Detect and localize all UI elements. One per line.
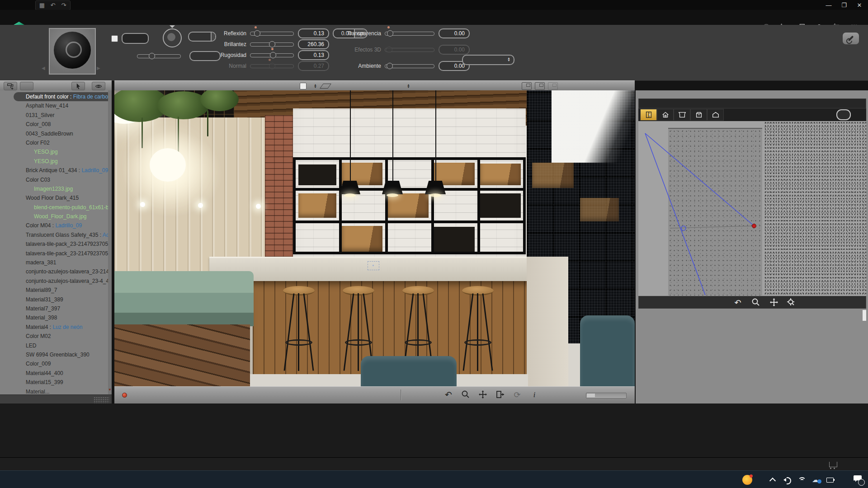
material-row[interactable]: blend-cemento-pulido_61x61-bl — [0, 203, 112, 212]
slider-track[interactable] — [250, 53, 294, 57]
tamano-slider[interactable] — [137, 54, 181, 58]
material-row[interactable]: Brick Antique 01_434 : Ladrillo_09 — [0, 166, 112, 175]
resize-grip[interactable] — [94, 397, 109, 403]
resize-horizontal-icon[interactable] — [855, 298, 865, 308]
material-parameters-footer[interactable] — [0, 394, 112, 404]
material-row[interactable]: Translucent Glass Safety_435 : Acri — [0, 230, 112, 239]
rotation-dial[interactable] — [163, 28, 182, 47]
material-preview-ball[interactable] — [49, 28, 96, 75]
material-row[interactable]: Color_008 — [0, 120, 112, 129]
material-row[interactable]: LED — [0, 341, 112, 350]
onedrive-cloud-icon[interactable]: ☁ — [812, 476, 820, 483]
zoom-icon[interactable] — [461, 390, 471, 400]
fit-view-icon[interactable] — [522, 82, 532, 90]
scroll-down-arrow-icon[interactable]: ▼ — [108, 388, 112, 392]
material-row[interactable]: Color F02 — [0, 138, 112, 147]
save-button[interactable]: ▦ — [37, 1, 47, 9]
visibility-tool-button[interactable] — [92, 82, 105, 90]
material-row[interactable]: 0131_Silver — [0, 111, 112, 120]
slider-knob[interactable] — [269, 63, 275, 69]
stepper-icon[interactable]: ▲▼ — [314, 84, 317, 88]
slider-knob[interactable] — [254, 30, 260, 37]
remove-shader-button[interactable] — [20, 82, 33, 90]
battery-icon[interactable] — [826, 476, 835, 483]
material-row[interactable]: Material... — [0, 387, 112, 395]
material-row[interactable]: 0043_SaddleBrown — [0, 129, 112, 138]
wifi-icon[interactable] — [797, 476, 806, 483]
material-row[interactable]: Material_398 — [0, 313, 112, 322]
stepper-icon[interactable]: ▲▼ — [407, 84, 410, 88]
render-viewport[interactable] — [114, 90, 635, 386]
material-row[interactable]: Material15_399 — [0, 378, 112, 387]
value-field[interactable]: 260.36 — [298, 39, 329, 49]
slider-track[interactable] — [385, 48, 434, 52]
zoom-2d-icon[interactable] — [751, 298, 761, 308]
value-field[interactable]: 0.00 — [439, 28, 470, 38]
material-row[interactable]: YESO.jpg — [0, 147, 112, 156]
box-view-button[interactable] — [690, 109, 707, 121]
material-row[interactable]: Material4 : Luz de neón — [0, 323, 112, 332]
tray-chevron-icon[interactable] — [769, 476, 777, 483]
material-row[interactable]: conjunto-azulejos-talavera_23-214 — [0, 267, 112, 276]
restore-button[interactable]: ❐ — [838, 2, 850, 9]
close-button[interactable]: ✕ — [854, 2, 865, 9]
slider-track[interactable] — [385, 32, 434, 36]
material-row[interactable]: SW 6994 Greenblack_390 — [0, 350, 112, 359]
show-all-button[interactable] — [836, 109, 851, 120]
slider-track[interactable] — [250, 64, 294, 68]
material-row[interactable]: Material31_389 — [0, 295, 112, 304]
preview-prev-arrow-icon[interactable]: ◀ — [42, 66, 45, 70]
value-field[interactable]: 0.27 — [298, 61, 329, 71]
value-field[interactable]: 0.13 — [298, 50, 329, 60]
zoom-pan-2d-icon[interactable] — [786, 298, 796, 308]
material-row[interactable]: Color_009 — [0, 359, 112, 368]
material-row[interactable]: Material7_397 — [0, 304, 112, 313]
material-row[interactable]: Color C03 — [0, 175, 112, 184]
home-view-button[interactable] — [707, 109, 724, 121]
slider-knob[interactable] — [387, 30, 393, 37]
material-row[interactable]: Color M04 : Ladrillo_09 — [0, 221, 112, 230]
shop-cart-icon[interactable] — [829, 462, 837, 467]
material-row[interactable]: conjunto-azulejos-talavera_23-4_4 — [0, 277, 112, 286]
material-row[interactable]: Asphalt New_414 — [0, 101, 112, 110]
slider-track[interactable] — [250, 42, 294, 47]
top-view-button[interactable] — [657, 109, 674, 121]
elevation-view-button[interactable] — [640, 109, 657, 121]
dock-scrollbar-thumb[interactable] — [863, 310, 866, 321]
sidebar-scrollbar[interactable]: ▼ — [108, 90, 112, 394]
mix-color-swatch[interactable] — [122, 33, 149, 44]
vista2d-title-bar[interactable] — [638, 99, 866, 108]
slider-track[interactable] — [385, 64, 434, 68]
auto-checkbox[interactable] — [300, 83, 307, 89]
undo-2d-icon[interactable]: ↶ — [733, 298, 743, 308]
pan-icon[interactable] — [478, 390, 488, 400]
material-row[interactable]: Wood Floor Dark_415 — [0, 193, 112, 202]
center-view-icon[interactable] — [535, 82, 545, 90]
undo-button[interactable]: ↶ — [48, 1, 58, 9]
slider-knob[interactable] — [386, 47, 392, 53]
info-icon[interactable]: i — [529, 390, 539, 400]
open-box-view-button[interactable] — [674, 109, 690, 121]
material-row[interactable]: Imagen1233.jpg — [0, 184, 112, 193]
material-row[interactable]: Material44_400 — [0, 369, 112, 378]
material-row[interactable]: Material89_7 — [0, 286, 112, 295]
value-field[interactable]: 0.13 — [298, 28, 329, 38]
notification-center-icon[interactable] — [854, 475, 863, 484]
preview-next-arrow-icon[interactable]: ▶ — [97, 66, 100, 70]
minimize-button[interactable]: — — [823, 2, 835, 9]
volume-icon[interactable] — [783, 476, 791, 483]
slider-knob[interactable] — [269, 41, 275, 47]
material-row[interactable]: Color M02 — [0, 332, 112, 341]
material-row[interactable]: Default front color : Fibra de carbono — [14, 92, 112, 101]
exit-walkthrough-icon[interactable] — [495, 390, 505, 400]
material-row[interactable]: YESO.jpg — [0, 157, 112, 166]
add-shader-button[interactable] — [4, 82, 17, 90]
material-row[interactable]: talavera-tile-pack_23-21479237055 — [0, 239, 112, 249]
material-row[interactable]: madera_381 — [0, 258, 112, 267]
slider-knob[interactable] — [387, 63, 393, 69]
material-row[interactable]: talavera-tile-pack_23-21479237055 — [0, 249, 112, 258]
slider-track[interactable] — [250, 32, 294, 36]
advanced-settings-button[interactable] — [843, 33, 859, 44]
material-row[interactable]: Wood_Floor_Dark.jpg — [0, 212, 112, 221]
weather-icon[interactable] — [742, 475, 752, 485]
